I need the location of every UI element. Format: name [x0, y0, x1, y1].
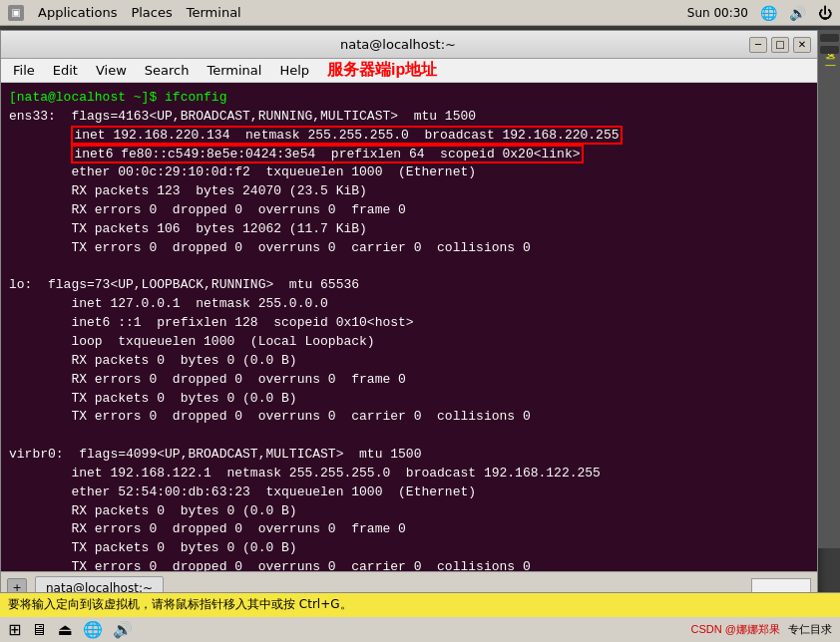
vm-bottom-bar: ⊞ 🖥 ⏏ 🌐 🔊 CSDN @娜娜郑果 专仁目求 [0, 617, 840, 642]
terminal-line-0: [nata@localhost ~]$ ifconfig [9, 89, 809, 108]
terminal-line-1: ens33: flags=4163<UP,BROADCAST,RUNNING,M… [9, 108, 809, 127]
network-icon[interactable]: 🌐 [760, 5, 777, 21]
applications-menu[interactable]: Applications [38, 5, 117, 20]
terminal-line-4: ether 00:0c:29:10:0d:f2 txqueuelen 1000 … [9, 163, 809, 182]
terminal-line-20: inet 192.168.122.1 netmask 255.255.255.0… [9, 465, 809, 483]
terminal-line-5: RX packets 123 bytes 24070 (23.5 KiB) [9, 182, 809, 201]
terminal-line-12: inet6 ::1 prefixlen 128 scopeid 0x10<hos… [9, 314, 809, 333]
vm-notice-text: 要将输入定向到该虚拟机，请将鼠标指针移入其中或按 Ctrl+G。 [8, 596, 352, 613]
right-hint-1[interactable]: 安可 [820, 34, 839, 42]
highlighted-inet: inet 192.168.220.134 netmask 255.255.255… [71, 126, 622, 145]
vm-statusbar: 要将输入定向到该虚拟机，请将鼠标指针移入其中或按 Ctrl+G。 ⊞ 🖥 ⏏ 🌐… [0, 592, 840, 642]
terminal-line-24: TX packets 0 bytes 0 (0.0 B) [9, 539, 809, 558]
terminal-line-23: RX errors 0 dropped 0 overruns 0 frame 0 [9, 520, 809, 539]
menu-help[interactable]: Help [271, 61, 317, 80]
vm-icon-network[interactable]: 🌐 [83, 620, 103, 639]
system-bar-left: ▣ Applications Places Terminal [8, 5, 241, 21]
maximize-button[interactable]: □ [771, 37, 789, 53]
titlebar-buttons: ─ □ ✕ [749, 37, 811, 53]
annotation-text: 服务器端ip地址 [327, 60, 437, 81]
volume-icon[interactable]: 🔊 [789, 5, 806, 21]
system-bar: ▣ Applications Places Terminal Sun 00:30… [0, 0, 840, 26]
system-app-icon: ▣ [8, 5, 24, 21]
menu-bar: File Edit View Search Terminal Help 服务器端… [1, 59, 817, 83]
places-menu[interactable]: Places [131, 5, 172, 20]
terminal-line-19: virbr0: flags=4099<UP,BROADCAST,MULTICAS… [9, 446, 809, 465]
terminal-line-15: RX errors 0 dropped 0 overruns 0 frame 0 [9, 371, 809, 390]
menu-edit[interactable]: Edit [45, 61, 86, 80]
menu-file[interactable]: File [5, 61, 43, 80]
vm-icon-usb[interactable]: ⏏ [57, 620, 72, 639]
terminal-title: nata@localhost:~ [47, 37, 749, 52]
highlighted-inet6: inet6 fe80::c549:8e5e:0424:3e54 prefixle… [71, 145, 583, 163]
vm-notice-bar: 要将输入定向到该虚拟机，请将鼠标指针移入其中或按 Ctrl+G。 [0, 593, 840, 617]
terminal-line-2: inet 192.168.220.134 netmask 255.255.255… [9, 127, 809, 146]
minimize-button[interactable]: ─ [749, 37, 767, 53]
terminal-titlebar: nata@localhost:~ ─ □ ✕ [1, 31, 817, 59]
right-hint-2[interactable]: 二 [820, 46, 839, 54]
vm-watermark2: 专仁目求 [788, 622, 832, 637]
system-bar-right: Sun 00:30 🌐 🔊 ⏻ [687, 5, 832, 21]
terminal-line-9 [9, 258, 809, 277]
terminal-line-14: RX packets 0 bytes 0 (0.0 B) [9, 352, 809, 371]
close-button[interactable]: ✕ [793, 37, 811, 53]
terminal-line-10: lo: flags=73<UP,LOOPBACK,RUNNING> mtu 65… [9, 276, 809, 295]
power-icon[interactable]: ⏻ [818, 5, 832, 21]
terminal-line-16: TX packets 0 bytes 0 (0.0 B) [9, 390, 809, 409]
terminal-line-13: loop txqueuelen 1000 (Local Loopback) [9, 333, 809, 352]
vm-icon-sound[interactable]: 🔊 [113, 620, 133, 639]
terminal-menu[interactable]: Terminal [187, 5, 241, 20]
terminal-line-7: TX packets 106 bytes 12062 (11.7 KiB) [9, 220, 809, 239]
terminal-window: nata@localhost:~ ─ □ ✕ File Edit View Se… [0, 30, 818, 604]
terminal-line-21: ether 52:54:00:db:63:23 txqueuelen 1000 … [9, 483, 809, 502]
terminal-content[interactable]: [nata@localhost ~]$ ifconfig ens33: flag… [1, 83, 817, 571]
vm-icon-screen[interactable]: 🖥 [31, 620, 47, 639]
terminal-line-11: inet 127.0.0.1 netmask 255.0.0.0 [9, 295, 809, 314]
terminal-line-17: TX errors 0 dropped 0 overruns 0 carrier… [9, 408, 809, 427]
terminal-line-22: RX packets 0 bytes 0 (0.0 B) [9, 502, 809, 521]
terminal-line-25: TX errors 0 dropped 0 overruns 0 carrier… [9, 558, 809, 571]
menu-view[interactable]: View [88, 61, 135, 80]
vm-watermark: CSDN @娜娜郑果 [691, 622, 780, 637]
terminal-line-8: TX errors 0 dropped 0 overruns 0 carrier… [9, 239, 809, 258]
vm-icon-display[interactable]: ⊞ [8, 620, 21, 639]
system-time: Sun 00:30 [687, 6, 748, 20]
vm-watermark-area: CSDN @娜娜郑果 专仁目求 [691, 622, 832, 637]
terminal-line-18 [9, 427, 809, 446]
terminal-line-6: RX errors 0 dropped 0 overruns 0 frame 0 [9, 201, 809, 220]
menu-terminal[interactable]: Terminal [199, 61, 269, 80]
menu-search[interactable]: Search [137, 61, 198, 80]
terminal-line-3: inet6 fe80::c549:8e5e:0424:3e54 prefixle… [9, 146, 809, 164]
right-panel: 安可 二 [818, 30, 840, 548]
